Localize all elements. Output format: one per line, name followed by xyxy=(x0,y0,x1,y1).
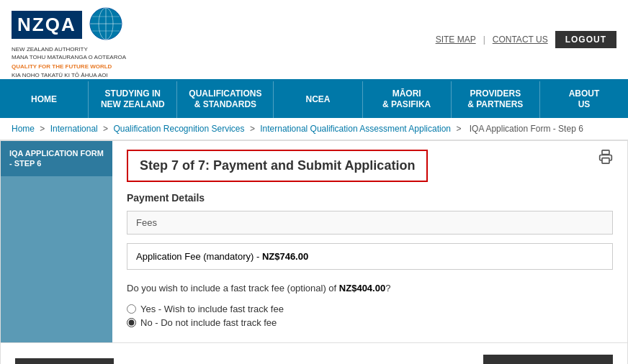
nav-qualifications[interactable]: QUALIFICATIONS & STANDARDS xyxy=(177,81,274,118)
content-wrapper: IQA APPLICATION FORM - STEP 6 Step 7 of … xyxy=(0,140,628,364)
step-header: Step 7 of 7: Payment and Submit Applicat… xyxy=(127,150,428,182)
content-area: IQA APPLICATION FORM - STEP 6 Step 7 of … xyxy=(1,141,627,342)
nav-home[interactable]: HOME xyxy=(0,81,89,118)
nav-providers[interactable]: PROVIDERS & PARTNERS xyxy=(452,81,540,118)
header-right: SITE MAP | CONTACT US LOGOUT xyxy=(436,31,616,54)
section-title: Payment Details xyxy=(127,192,613,204)
radio-no-label: No - Do not include fast track fee xyxy=(140,317,277,328)
logout-button[interactable]: LOGOUT xyxy=(555,31,616,48)
print-icon[interactable] xyxy=(598,150,613,166)
sidebar-title: IQA APPLICATION FORM - STEP 6 xyxy=(1,141,112,176)
logo-area: NZQA NEW ZEALAND AUTHORITY MANA TOHU M xyxy=(12,6,126,79)
fast-track-text: Do you wish to include a fast track fee … xyxy=(127,283,336,294)
breadcrumb-sep4: > xyxy=(456,124,463,134)
main-navigation: HOME STUDYING IN NEW ZEALAND QUALIFICATI… xyxy=(0,81,628,118)
quality-text: QUALITY FOR THE FUTURE WORLD xyxy=(12,63,112,70)
breadcrumb-sep2: > xyxy=(103,124,110,134)
radio-no-option: No - Do not include fast track fee xyxy=(127,317,613,328)
site-map-link[interactable]: SITE MAP xyxy=(436,35,476,45)
header-divider: | xyxy=(483,35,485,45)
svg-rect-7 xyxy=(602,158,609,164)
sidebar: IQA APPLICATION FORM - STEP 6 xyxy=(1,141,112,342)
application-fee: Application Fee (mandatory) - NZ$746.00 xyxy=(127,243,613,270)
fast-track-amount: NZ$404.00 xyxy=(339,283,385,294)
breadcrumb-iqa-app[interactable]: International Qualification Assessment A… xyxy=(260,124,451,134)
radio-no-input[interactable] xyxy=(127,318,136,327)
logo-subtitle2: MANA TOHU MATAURANGA O AOTEAROA xyxy=(12,53,126,61)
action-bar: Return to Steps Confirm Payment xyxy=(1,342,627,364)
nav-ncea[interactable]: NCEA xyxy=(274,81,362,118)
globe-icon xyxy=(88,6,124,42)
app-fee-amount: NZ$746.00 xyxy=(262,251,308,262)
breadcrumb-qrs[interactable]: Qualification Recognition Services xyxy=(113,124,244,134)
breadcrumb-sep3: > xyxy=(250,124,257,134)
step-title: Step 7 of 7: Payment and Submit Applicat… xyxy=(140,158,415,173)
radio-yes-input[interactable] xyxy=(127,304,136,314)
svg-rect-6 xyxy=(602,150,609,155)
breadcrumb: Home > International > Qualification Rec… xyxy=(0,118,628,140)
fast-track-question: Do you wish to include a fast track fee … xyxy=(127,281,613,296)
quality-sub: KIA NOHO TAKATŪ KI TŌ ĀHUA AOI xyxy=(12,71,126,79)
contact-us-link[interactable]: CONTACT US xyxy=(493,35,548,45)
breadcrumb-home[interactable]: Home xyxy=(12,124,35,134)
radio-yes-label: Yes - Wish to include fast track fee xyxy=(140,304,284,314)
breadcrumb-sep1: > xyxy=(40,124,47,134)
logo-box: NZQA NEW ZEALAND AUTHORITY MANA TOHU M xyxy=(12,6,126,79)
confirm-payment-button[interactable]: Confirm Payment xyxy=(483,355,613,364)
nav-maori[interactable]: MĀORI & PASIFIKA xyxy=(363,81,452,118)
logo-subtitle1: NEW ZEALAND AUTHORITY xyxy=(12,45,126,53)
breadcrumb-international[interactable]: International xyxy=(50,124,98,134)
logo-text: NZQA xyxy=(12,11,82,39)
app-fee-label: Application Fee (mandatory) - xyxy=(136,251,259,262)
main-content: Step 7 of 7: Payment and Submit Applicat… xyxy=(112,141,627,342)
return-button[interactable]: Return to Steps xyxy=(15,358,114,364)
radio-yes-option: Yes - Wish to include fast track fee xyxy=(127,304,613,314)
fees-box: Fees xyxy=(127,211,613,235)
nav-about[interactable]: ABOUT US xyxy=(540,81,628,118)
breadcrumb-current: IQA Application Form - Step 6 xyxy=(470,124,583,134)
nav-studying[interactable]: STUDYING IN NEW ZEALAND xyxy=(89,81,177,118)
